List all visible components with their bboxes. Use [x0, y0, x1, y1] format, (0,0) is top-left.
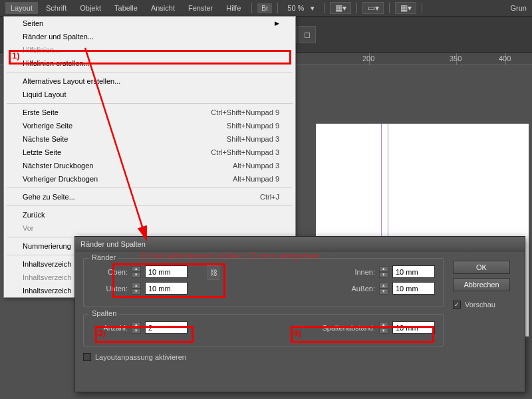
view-options-icon[interactable]: ▦▾ — [330, 2, 351, 14]
count-spinner[interactable]: ▴▾ — [132, 322, 141, 334]
screen-mode-icon[interactable]: ▭▾ — [362, 2, 384, 14]
margins-fieldset: Ränder Oben: ▴▾ Unten: ▴▾ — [83, 258, 444, 307]
menu-layout[interactable]: Layout — [5, 2, 38, 14]
menu-item-vorheriger-druckbogen[interactable]: Vorheriger DruckbogenAlt+Numpad 9 — [4, 172, 295, 186]
menu-item-naechste-seite[interactable]: Nächste SeiteShift+Numpad 3 — [4, 132, 295, 146]
menu-item-erste-seite[interactable]: Erste SeiteCtrl+Shift+Numpad 9 — [4, 106, 295, 119]
bottom-label: Unten: — [92, 285, 128, 293]
outer-spinner[interactable]: ▴▾ — [379, 283, 388, 295]
bridge-button[interactable]: Br — [257, 3, 272, 13]
submenu-arrow-icon: ▶ — [275, 20, 279, 27]
menu-tabelle[interactable]: Tabelle — [109, 2, 143, 14]
gutter-input[interactable] — [392, 321, 435, 334]
zoom-level[interactable]: 50 % — [283, 4, 308, 12]
menu-separator — [7, 72, 293, 72]
margins-columns-dialog: Ränder und Spalten 2) bei aktiviertem An… — [74, 236, 525, 392]
checkbox-icon: ✓ — [453, 301, 461, 309]
menu-item-vor: Vor — [4, 221, 295, 235]
bottom-input[interactable] — [145, 282, 188, 295]
checkbox-icon — [83, 353, 91, 361]
menu-ansicht[interactable]: Ansicht — [146, 2, 180, 14]
menu-objekt[interactable]: Objekt — [74, 2, 106, 14]
separator — [389, 3, 390, 13]
corner-options-icon[interactable]: ◻ — [299, 26, 316, 43]
inner-input[interactable] — [392, 265, 435, 278]
inner-label: Innen: — [339, 268, 375, 276]
separator — [422, 3, 422, 13]
count-label: Anzahl: — [92, 324, 128, 332]
columns-legend: Spalten — [89, 309, 119, 317]
menu-item-gehe-zu-seite[interactable]: Gehe zu Seite...Ctrl+J — [4, 190, 295, 203]
layout-adjust-checkbox[interactable]: Layoutanpassung aktivieren — [83, 353, 444, 361]
ok-button[interactable]: OK — [453, 261, 510, 274]
menu-item-zurueck[interactable]: Zurück — [4, 208, 295, 221]
menu-schrift[interactable]: Schrift — [41, 2, 72, 14]
top-input[interactable] — [145, 265, 188, 278]
margins-legend: Ränder — [89, 253, 118, 261]
workspace-label[interactable]: Grun — [511, 4, 527, 12]
dialog-titlebar[interactable]: Ränder und Spalten — [75, 237, 525, 251]
cancel-button[interactable]: Abbrechen — [453, 278, 510, 291]
separator — [356, 3, 357, 13]
top-spinner[interactable]: ▴▾ — [132, 266, 141, 278]
bottom-spinner[interactable]: ▴▾ — [132, 283, 141, 295]
gutter-label: Spaltenabstand: — [322, 324, 375, 332]
menubar: Layout Schrift Objekt Tabelle Ansicht Fe… — [0, 0, 532, 16]
top-label: Oben: — [92, 268, 128, 276]
menu-item-letzte-seite[interactable]: Letzte SeiteCtrl+Shift+Numpad 3 — [4, 146, 295, 159]
menu-item-naechster-druckbogen[interactable]: Nächster DruckbogenAlt+Numpad 3 — [4, 159, 295, 172]
menu-hilfe[interactable]: Hilfe — [221, 2, 246, 14]
inner-spinner[interactable]: ▴▾ — [379, 266, 388, 278]
menu-separator — [7, 188, 293, 188]
columns-fieldset: Spalten Anzahl: ▴▾ Spaltenabstand: ▴▾ — [83, 314, 444, 346]
menu-item-hilfslinien: Hilfslinien... — [4, 43, 295, 57]
outer-input[interactable] — [392, 282, 435, 295]
annotation-number: 1) — [12, 51, 20, 61]
menu-item-liquid-layout[interactable]: Liquid Layout — [4, 88, 295, 101]
preview-checkbox[interactable]: ✓ Vorschau — [453, 301, 517, 309]
link-margins-icon[interactable]: ⛓ — [207, 265, 219, 280]
menu-item-alternatives-layout[interactable]: Alternatives Layout erstellen... — [4, 74, 295, 88]
menu-separator — [7, 205, 293, 206]
chevron-down-icon[interactable]: ▾ — [311, 4, 319, 12]
arrange-docs-icon[interactable]: ▦▾ — [395, 2, 416, 14]
menu-item-hilfslinien-erstellen[interactable]: Hilfslinien erstellen... — [4, 57, 295, 70]
count-input[interactable] — [145, 321, 188, 334]
menu-separator — [7, 103, 293, 104]
menu-fenster[interactable]: Fenster — [183, 2, 218, 14]
gutter-spinner[interactable]: ▴▾ — [379, 322, 388, 334]
separator — [251, 3, 252, 13]
separator — [277, 3, 278, 13]
outer-label: Außen: — [339, 285, 375, 293]
separator — [324, 3, 325, 13]
menu-item-raender-spalten[interactable]: Ränder und Spalten... — [4, 30, 295, 43]
menu-item-seiten[interactable]: Seiten▶ — [4, 17, 295, 30]
menu-item-vorherige-seite[interactable]: Vorherige SeiteShift+Numpad 9 — [4, 119, 295, 132]
